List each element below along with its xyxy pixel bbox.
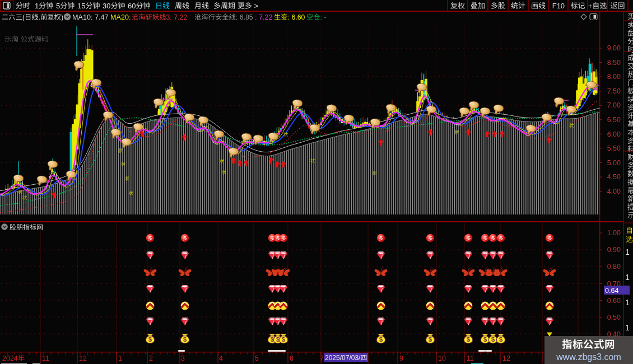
svg-text:MA20:: MA20:: [110, 13, 131, 21]
svg-text:8.50: 8.50: [607, 59, 621, 67]
svg-text:11: 11: [42, 354, 49, 362]
svg-text:0.80: 0.80: [607, 263, 621, 270]
svg-text:5: 5: [56, 2, 60, 10]
svg-text:4: 4: [219, 354, 223, 362]
svg-text:3: 7.22: 3: 7.22: [166, 13, 188, 21]
svg-text:: 6.85: : 6.85: [236, 13, 253, 21]
svg-text:15: 15: [77, 2, 85, 10]
svg-text:9.00: 9.00: [607, 44, 621, 52]
svg-text:www.zbgs3.com: www.zbgs3.com: [556, 352, 621, 362]
svg-text:MA10: 7.47: MA10: 7.47: [72, 13, 108, 21]
svg-text:1: 1: [625, 248, 630, 256]
svg-text:0.50: 0.50: [607, 314, 621, 321]
svg-text:4.50: 4.50: [607, 173, 621, 181]
svg-text:1: 1: [118, 354, 122, 362]
svg-text:1: 1: [35, 2, 39, 10]
svg-text:2: 2: [149, 354, 153, 362]
svg-text:6: 6: [290, 354, 294, 362]
svg-text:7.00: 7.00: [607, 101, 621, 109]
svg-text:11: 11: [467, 354, 474, 362]
svg-text:): ): [61, 13, 63, 21]
svg-text:1: 1: [625, 323, 630, 332]
svg-text:7: 7: [320, 354, 324, 362]
svg-text:F10: F10: [552, 2, 565, 10]
svg-text:1: 1: [625, 273, 630, 282]
svg-text:0.64: 0.64: [605, 287, 618, 295]
svg-text:12: 12: [502, 354, 510, 362]
svg-text:5.00: 5.00: [607, 159, 621, 167]
svg-text:2025/07/03/: 2025/07/03/: [325, 354, 361, 362]
svg-text:60: 60: [128, 2, 136, 10]
svg-text:30: 30: [103, 2, 110, 10]
svg-text:6.50: 6.50: [607, 116, 621, 124]
svg-text:4.00: 4.00: [607, 188, 621, 195]
svg-text:: -: : -: [320, 13, 327, 21]
svg-text:0.60: 0.60: [607, 297, 621, 305]
svg-text:10: 10: [438, 354, 446, 362]
svg-text:7.50: 7.50: [607, 87, 621, 95]
svg-text:1.00: 1.00: [607, 229, 621, 237]
svg-text:6.00: 6.00: [607, 130, 621, 138]
svg-text:.: .: [39, 13, 40, 21]
svg-text:5.50: 5.50: [607, 144, 621, 152]
svg-text:9: 9: [399, 354, 403, 362]
svg-text:0.90: 0.90: [607, 246, 621, 254]
svg-text:12: 12: [79, 354, 87, 362]
svg-text:+: +: [588, 2, 593, 10]
svg-text:0.40: 0.40: [607, 330, 621, 338]
svg-text:: 7.22: : 7.22: [255, 13, 273, 21]
svg-text:5: 5: [255, 354, 259, 362]
svg-text:1: 1: [625, 298, 630, 307]
svg-text:2024: 2024: [2, 354, 18, 362]
svg-text:8.00: 8.00: [607, 73, 621, 81]
svg-text:>: >: [252, 2, 258, 10]
svg-text:: 6.60: : 6.60: [288, 13, 305, 21]
svg-text:3: 3: [181, 354, 185, 362]
